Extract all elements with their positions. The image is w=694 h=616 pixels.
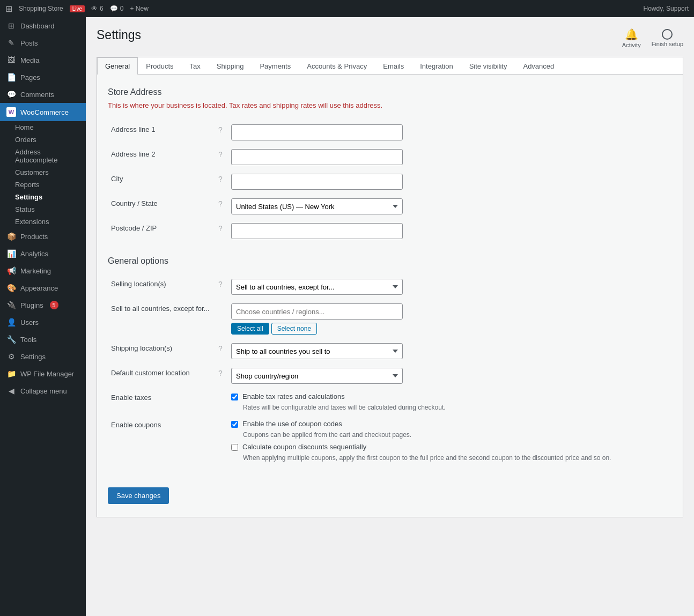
address2-help-icon[interactable]: ? [218, 150, 223, 159]
appearance-icon: 🎨 [6, 284, 16, 292]
select-all-button[interactable]: Select all [231, 323, 269, 335]
countries-input[interactable] [231, 303, 403, 320]
site-name[interactable]: Shopping Store [19, 5, 63, 12]
activity-icon: 🔔 [625, 28, 638, 41]
sidebar-item-media[interactable]: 🖼 Media [0, 51, 86, 69]
address1-input[interactable] [231, 124, 403, 140]
store-address-table: Address line 1 ? Address line 2 ? City ? [108, 120, 672, 243]
activity-button[interactable]: 🔔 Activity [622, 28, 641, 48]
tab-advanced[interactable]: Advanced [515, 57, 562, 75]
sidebar-item-woocommerce[interactable]: W WooCommerce [0, 103, 86, 121]
sidebar-sub-address[interactable]: Address Autocomplete [0, 146, 86, 166]
address1-help-icon[interactable]: ? [218, 125, 223, 134]
sidebar-sub-extensions[interactable]: Extensions [0, 216, 86, 228]
enable-taxes-label: Enable taxes [108, 388, 215, 415]
sidebar-item-users[interactable]: 👤 Users [0, 314, 86, 331]
tab-emails[interactable]: Emails [375, 57, 412, 75]
finish-setup-button[interactable]: Finish setup [652, 29, 683, 47]
seq-coupons-check-label[interactable]: Calculate coupon discounts sequentially [242, 443, 366, 451]
page-title: Settings [97, 28, 141, 42]
shipping-select[interactable]: Ship to all countries you sell to Ship t… [231, 343, 403, 359]
sidebar-item-comments[interactable]: 💬 Comments [0, 86, 86, 103]
sidebar-sub-orders[interactable]: Orders [0, 133, 86, 146]
sidebar-item-products[interactable]: 📦 Products [0, 228, 86, 245]
country-help-icon[interactable]: ? [218, 199, 223, 208]
city-input[interactable] [231, 174, 403, 190]
file-manager-icon: 📁 [6, 369, 16, 378]
country-select[interactable]: United States (US) — New York [231, 198, 403, 214]
enable-coupons-check-label[interactable]: Enable the use of coupon codes [242, 420, 342, 428]
wp-logo-icon[interactable]: ⊞ [5, 4, 12, 14]
settings-box: General Products Tax Shipping Payments A… [97, 57, 683, 517]
tab-accounts-privacy[interactable]: Accounts & Privacy [299, 57, 375, 75]
enable-coupons-checkbox-row: Enable the use of coupon codes [231, 420, 669, 428]
enable-taxes-check-label[interactable]: Enable tax rates and calculations [242, 392, 345, 400]
tab-integration[interactable]: Integration [412, 57, 461, 75]
shipping-help-icon[interactable]: ? [218, 344, 223, 353]
tab-payments[interactable]: Payments [252, 57, 299, 75]
enable-coupons-checkbox[interactable] [231, 421, 238, 428]
sidebar-item-settings-main[interactable]: ⚙ Settings [0, 348, 86, 365]
address2-input[interactable] [231, 149, 403, 165]
general-options-table: Selling location(s) ? Sell to all countr… [108, 274, 672, 466]
main-content: Settings 🔔 Activity Finish setup General… [86, 17, 694, 616]
default-loc-help-icon[interactable]: ? [218, 369, 223, 377]
users-icon: 👤 [6, 318, 16, 326]
settings-tabs: General Products Tax Shipping Payments A… [97, 57, 683, 75]
tab-shipping[interactable]: Shipping [209, 57, 252, 75]
sidebar-item-marketing[interactable]: 📢 Marketing [0, 262, 86, 279]
tab-tax[interactable]: Tax [182, 57, 209, 75]
tab-general[interactable]: General [97, 57, 138, 75]
enable-taxes-checkbox[interactable] [231, 394, 238, 400]
sidebar-item-analytics[interactable]: 📊 Analytics [0, 245, 86, 262]
views-item[interactable]: 👁 6 [91, 5, 104, 12]
address2-row: Address line 2 ? [108, 145, 672, 169]
default-loc-select[interactable]: Shop country/region No location by defau… [231, 368, 403, 384]
sidebar-item-appearance[interactable]: 🎨 Appearance [0, 279, 86, 296]
sidebar-item-posts[interactable]: ✎ Posts [0, 34, 86, 51]
save-changes-button[interactable]: Save changes [108, 487, 169, 504]
comments-icon: 💬 [6, 90, 16, 99]
seq-coupons-checkbox-row: Calculate coupon discounts sequentially [231, 443, 669, 451]
sidebar-item-tools[interactable]: 🔧 Tools [0, 331, 86, 348]
sidebar-item-dashboard[interactable]: ⊞ Dashboard [0, 17, 86, 34]
postcode-help-icon[interactable]: ? [218, 224, 223, 233]
city-help-icon[interactable]: ? [218, 175, 223, 183]
enable-taxes-checkbox-row: Enable tax rates and calculations [231, 392, 669, 400]
tab-site-visibility[interactable]: Site visibility [461, 57, 515, 75]
country-label: Country / State [108, 194, 215, 219]
selling-label: Selling location(s) [108, 274, 215, 299]
sidebar-sub-status[interactable]: Status [0, 203, 86, 216]
comment-icon: 💬 [110, 5, 118, 12]
seq-coupons-checkbox[interactable] [231, 444, 238, 451]
sidebar-sub-customers[interactable]: Customers [0, 166, 86, 179]
comments-item[interactable]: 💬 0 [110, 5, 124, 12]
sidebar-sub-reports[interactable]: Reports [0, 179, 86, 191]
new-item[interactable]: + New [130, 5, 148, 12]
sidebar-sub-settings[interactable]: Settings [0, 191, 86, 203]
sidebar-item-pages[interactable]: 📄 Pages [0, 69, 86, 86]
city-row: City ? [108, 169, 672, 194]
default-loc-label: Default customer location [108, 363, 215, 388]
postcode-input[interactable] [231, 223, 403, 239]
selling-locations-row: Selling location(s) ? Sell to all countr… [108, 274, 672, 299]
sidebar-item-plugins[interactable]: 🔌 Plugins 5 [0, 296, 86, 314]
howdy-label: Howdy, Support [644, 5, 689, 12]
sidebar-item-wp-file-manager[interactable]: 📁 WP File Manager [0, 365, 86, 382]
selling-help-icon[interactable]: ? [218, 280, 223, 288]
address1-label: Address line 1 [108, 120, 215, 145]
except-label: Sell to all countries, except for... [108, 299, 215, 339]
admin-bar: ⊞ Shopping Store Live 👁 6 💬 0 + New Howd… [0, 0, 694, 17]
sidebar-item-collapse[interactable]: ◀ Collapse menu [0, 382, 86, 399]
selling-select[interactable]: Sell to all countries, except for... Sel… [231, 279, 403, 295]
select-none-button[interactable]: Select none [271, 323, 317, 335]
postcode-label: Postcode / ZIP [108, 219, 215, 243]
settings-content: Store Address This is where your busines… [97, 75, 683, 517]
enable-coupons-desc: Coupons can be applied from the cart and… [243, 431, 669, 439]
enable-taxes-row: Enable taxes Enable tax rates and calcul… [108, 388, 672, 415]
plugins-icon: 🔌 [6, 301, 16, 309]
sidebar-sub-home[interactable]: Home [0, 121, 86, 133]
page-header: Settings 🔔 Activity Finish setup [97, 28, 683, 48]
tab-products[interactable]: Products [138, 57, 181, 75]
enable-coupons-row: Enable coupons Enable the use of coupon … [108, 415, 672, 466]
